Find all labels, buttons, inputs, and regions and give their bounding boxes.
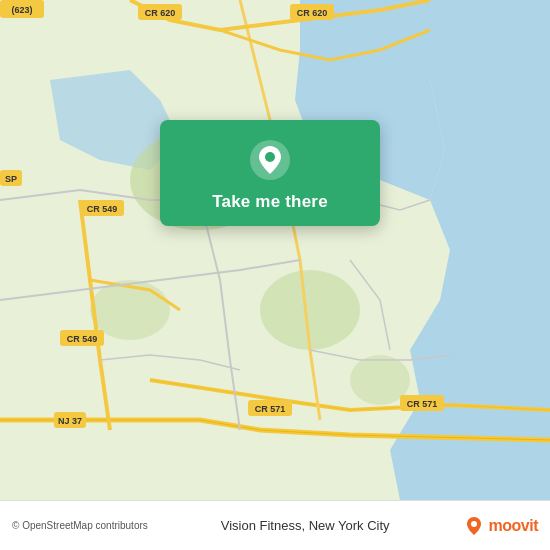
location-pin-icon: [248, 138, 292, 182]
svg-text:NJ 37: NJ 37: [58, 416, 82, 426]
moovit-text: moovit: [489, 517, 538, 535]
svg-text:CR 571: CR 571: [407, 399, 438, 409]
svg-text:(623): (623): [11, 5, 32, 15]
moovit-pin-icon: [463, 515, 485, 537]
bottom-bar: © OpenStreetMap contributors Vision Fitn…: [0, 500, 550, 550]
moovit-logo: moovit: [463, 515, 538, 537]
svg-point-25: [471, 521, 477, 527]
svg-text:SP: SP: [5, 174, 17, 184]
svg-point-24: [265, 152, 275, 162]
take-me-there-button[interactable]: Take me there: [212, 192, 328, 212]
map-container: (623) CR 620 CR 620 SP CR 549 CR 549 NJ …: [0, 0, 550, 500]
svg-text:CR 620: CR 620: [145, 8, 176, 18]
map-background: (623) CR 620 CR 620 SP CR 549 CR 549 NJ …: [0, 0, 550, 500]
map-attribution: © OpenStreetMap contributors: [12, 520, 148, 531]
svg-text:CR 549: CR 549: [87, 204, 118, 214]
svg-text:CR 549: CR 549: [67, 334, 98, 344]
location-info: Vision Fitness, New York City: [221, 518, 390, 533]
popup-card[interactable]: Take me there: [160, 120, 380, 226]
svg-text:CR 620: CR 620: [297, 8, 328, 18]
location-text: Vision Fitness, New York City: [221, 518, 390, 533]
svg-text:CR 571: CR 571: [255, 404, 286, 414]
